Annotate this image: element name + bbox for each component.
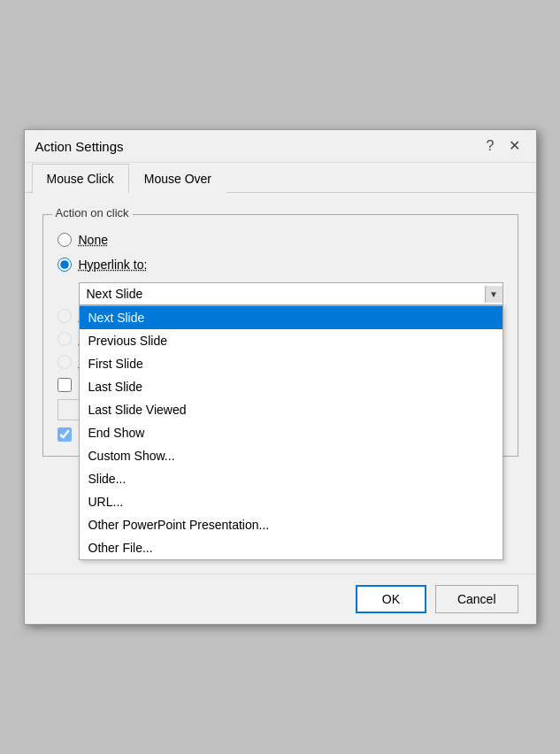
dropdown-item-end-show[interactable]: End Show (80, 421, 502, 444)
action-settings-dialog: Action Settings ? ✕ Mouse Click Mouse Ov… (24, 129, 537, 625)
tab-bar: Mouse Click Mouse Over (25, 163, 536, 193)
dropdown-item-first-slide[interactable]: First Slide (80, 352, 502, 375)
tab-mouse-over[interactable]: Mouse Over (129, 164, 226, 193)
hyperlink-dropdown-container: Next Slide ▼ Next Slide Previous Slide F… (79, 282, 503, 305)
dropdown-item-previous-slide[interactable]: Previous Slide (80, 329, 502, 352)
hyperlink-label[interactable]: Hyperlink to: (79, 258, 148, 272)
dropdown-item-url[interactable]: URL... (80, 490, 502, 513)
hyperlink-option-row: Hyperlink to: (58, 258, 503, 272)
highlight-click-checkbox[interactable] (58, 427, 72, 442)
dialog-content: Action on click None Hyperlink to: Next … (25, 193, 536, 573)
run-program-radio (58, 309, 72, 323)
run-macro-radio (58, 332, 72, 346)
dropdown-item-other-pptx[interactable]: Other PowerPoint Presentation... (80, 513, 502, 536)
dialog-footer: OK Cancel (25, 573, 536, 624)
action-on-click-group: Action on click None Hyperlink to: Next … (42, 214, 518, 457)
none-label[interactable]: None (79, 233, 108, 247)
help-button[interactable]: ? (481, 137, 500, 155)
dialog-title: Action Settings (35, 139, 124, 154)
dropdown-item-custom-show[interactable]: Custom Show... (80, 444, 502, 467)
none-option-row: None (58, 233, 503, 247)
close-button[interactable]: ✕ (503, 137, 525, 155)
none-radio[interactable] (58, 233, 72, 247)
dropdown-selected-value: Next Slide (87, 287, 481, 301)
title-controls: ? ✕ (481, 137, 525, 155)
cancel-button[interactable]: Cancel (435, 585, 518, 613)
play-sound-checkbox[interactable] (58, 378, 72, 392)
dropdown-item-other-file[interactable]: Other File... (80, 536, 502, 559)
object-action-radio (58, 355, 72, 369)
dropdown-wrapper: Next Slide ▼ Next Slide Previous Slide F… (79, 282, 503, 305)
dropdown-item-last-slide[interactable]: Last Slide (80, 375, 502, 398)
dropdown-list: Next Slide Previous Slide First Slide La… (79, 305, 503, 560)
ok-button[interactable]: OK (356, 585, 426, 613)
hyperlink-radio[interactable] (58, 258, 72, 272)
dropdown-item-next-slide[interactable]: Next Slide (80, 306, 502, 329)
dropdown-item-last-viewed[interactable]: Last Slide Viewed (80, 398, 502, 421)
tab-mouse-click[interactable]: Mouse Click (32, 164, 129, 193)
dropdown-item-slide[interactable]: Slide... (80, 467, 502, 490)
dropdown-display[interactable]: Next Slide ▼ (79, 282, 503, 305)
dropdown-arrow-icon[interactable]: ▼ (485, 286, 502, 303)
group-label: Action on click (52, 206, 133, 219)
title-bar: Action Settings ? ✕ (25, 130, 536, 163)
